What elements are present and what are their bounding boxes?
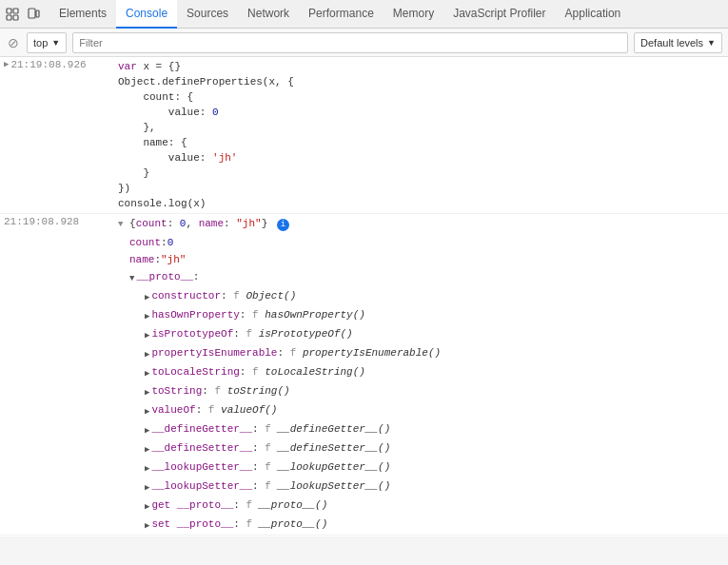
- svg-rect-1: [13, 9, 18, 13]
- tab-performance[interactable]: Performance: [299, 0, 384, 29]
- expand-toggle-2[interactable]: ▼: [118, 220, 123, 229]
- svg-rect-4: [29, 9, 35, 18]
- entry-2-summary: ▼ {count: 0, name: "jh"} i: [114, 214, 728, 234]
- lookupsetter-toggle[interactable]: ▶: [145, 480, 149, 496]
- proto-tolocalestring: ▶ toLocaleString: f toLocaleString(): [114, 363, 728, 382]
- isprototypeof-toggle[interactable]: ▶: [145, 328, 149, 343]
- obj-summary: {count: 0, name: "jh"}: [129, 218, 267, 229]
- svg-rect-5: [36, 10, 39, 17]
- svg-rect-2: [7, 15, 11, 20]
- entry-3-value: undefined: [114, 536, 728, 536]
- constructor-toggle[interactable]: ▶: [145, 290, 149, 305]
- proto-constructor: ▶ constructor: f Object(): [114, 287, 728, 306]
- proto-hasownproperty: ▶ hasOwnProperty: f hasOwnProperty(): [114, 306, 728, 325]
- main-toolbar: Elements Console Sources Network Perform…: [0, 0, 728, 29]
- tab-elements[interactable]: Elements: [49, 0, 116, 29]
- console-output: ▶ 21:19:08.926 var x = {} Object.defineP…: [0, 57, 728, 536]
- get-proto-toggle[interactable]: ▶: [145, 499, 149, 515]
- definegetter-toggle[interactable]: ▶: [145, 423, 149, 438]
- tostring-toggle[interactable]: ▶: [145, 385, 149, 400]
- svg-rect-0: [7, 9, 11, 13]
- timestamp-2: 21:19:08.928: [0, 214, 114, 234]
- tabs-container: Elements Console Sources Network Perform…: [49, 0, 724, 29]
- proto-tostring: ▶ toString: f toString(): [114, 382, 728, 401]
- proto-lookupgetter: ▶ __lookupGetter__: f __lookupGetter__(): [114, 458, 728, 477]
- prop-count: count: 0: [114, 234, 728, 251]
- tab-network[interactable]: Network: [238, 0, 299, 29]
- console-entry-2: 21:19:08.928 ▼ {count: 0, name: "jh"} i …: [0, 214, 728, 536]
- entry-2-expanded: count: 0 name: "jh" ▼ __proto__: ▶ const…: [0, 234, 728, 535]
- toolbar-icon-group: [4, 6, 42, 23]
- chevron-down-icon: ▼: [51, 38, 60, 48]
- context-selector[interactable]: top ▼: [27, 32, 67, 53]
- info-icon[interactable]: i: [277, 219, 289, 231]
- chevron-down-icon: ▼: [707, 38, 716, 48]
- proto-definegetter: ▶ __defineGetter__: f __defineGetter__(): [114, 420, 728, 439]
- tab-console[interactable]: Console: [116, 0, 177, 29]
- proto-toggle[interactable]: ▼: [129, 271, 134, 286]
- lookupgetter-toggle[interactable]: ▶: [145, 461, 149, 477]
- proto-definesetter: ▶ __defineSetter__: f __defineSetter__(): [114, 439, 728, 458]
- timestamp-3: ◀ 21:19:08.938: [0, 536, 114, 536]
- proto-get-proto: ▶ get __proto__: f __proto__(): [114, 497, 728, 516]
- inspect-icon[interactable]: [4, 6, 21, 23]
- tab-js-profiler[interactable]: JavaScript Profiler: [443, 0, 555, 29]
- svg-rect-3: [13, 15, 18, 20]
- expand-toggle-1[interactable]: ▶: [4, 59, 9, 69]
- filter-input[interactable]: [72, 32, 628, 53]
- console-entry-3: ◀ 21:19:08.938 undefined: [0, 536, 728, 536]
- proto-valueof: ▶ valueOf: f valueOf(): [114, 401, 728, 420]
- tolocalestring-toggle[interactable]: ▶: [145, 366, 149, 381]
- tab-memory[interactable]: Memory: [384, 0, 443, 29]
- tab-sources[interactable]: Sources: [177, 0, 238, 29]
- timestamp-1: ▶ 21:19:08.926: [0, 57, 114, 213]
- console-entry-1: ▶ 21:19:08.926 var x = {} Object.defineP…: [0, 57, 728, 214]
- proto-set-proto: ▶ set __proto__: f __proto__(): [114, 516, 728, 535]
- proto-header: ▼ __proto__:: [114, 268, 728, 287]
- set-proto-toggle[interactable]: ▶: [145, 518, 149, 534]
- entry-content-1: var x = {} Object.defineProperties(x, { …: [114, 57, 728, 213]
- clear-console-button[interactable]: ⊘: [6, 35, 21, 50]
- propertyisenumerable-toggle[interactable]: ▶: [145, 347, 149, 362]
- hasownproperty-toggle[interactable]: ▶: [145, 309, 149, 324]
- valueof-toggle[interactable]: ▶: [145, 404, 149, 419]
- definesetter-toggle[interactable]: ▶: [145, 442, 149, 458]
- log-levels-selector[interactable]: Default levels ▼: [634, 32, 722, 53]
- proto-lookupsetter: ▶ __lookupSetter__: f __lookupSetter__(): [114, 477, 728, 497]
- entry-2-header: 21:19:08.928 ▼ {count: 0, name: "jh"} i: [0, 214, 728, 234]
- console-toolbar: ⊘ top ▼ Default levels ▼: [0, 29, 728, 57]
- tab-application[interactable]: Application: [556, 0, 631, 29]
- prop-name: name: "jh": [114, 251, 728, 268]
- proto-propertyisenumerable: ▶ propertyIsEnumerable: f propertyIsEnum…: [114, 344, 728, 363]
- proto-isprototypeof: ▶ isPrototypeOf: f isPrototypeOf(): [114, 325, 728, 344]
- device-icon[interactable]: [25, 6, 42, 23]
